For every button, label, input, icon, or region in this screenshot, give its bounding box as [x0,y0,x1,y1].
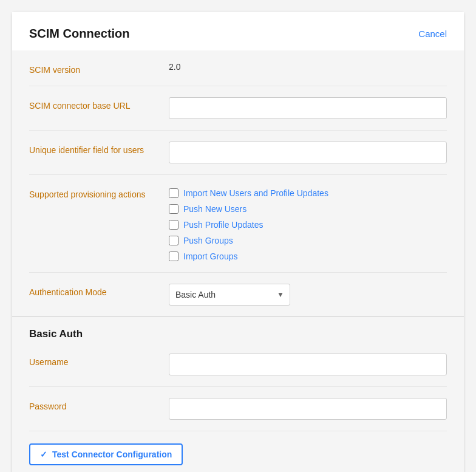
checkbox-item-5[interactable]: Import Groups [169,251,447,261]
checkbox-item-1[interactable]: Import New Users and Profile Updates [169,188,447,198]
checkbox-item-2[interactable]: Push New Users [169,204,447,214]
password-label: Password [29,398,169,411]
base-url-input[interactable] [169,97,447,119]
unique-identifier-row: Unique identifier field for users [29,131,447,175]
checkbox-import-groups[interactable] [169,251,178,261]
checkbox-push-groups[interactable] [169,236,178,245]
auth-mode-select-wrapper: Basic Auth HTTP Header OAuth 2.0 ▼ [169,284,290,306]
checkbox-label-3: Push Profile Updates [183,220,264,230]
checkbox-label-4: Push Groups [183,236,233,245]
page-title: SCIM Connection [29,27,130,41]
header-cancel-button[interactable]: Cancel [418,29,447,39]
username-label: Username [29,354,169,367]
password-control [169,398,447,420]
page-header: SCIM Connection Cancel [12,12,464,50]
base-url-row: SCIM connector base URL [29,86,447,131]
username-control [169,354,447,375]
auth-mode-control: Basic Auth HTTP Header OAuth 2.0 ▼ [169,284,447,306]
test-connector-button[interactable]: ✓ Test Connector Configuration [29,443,183,465]
checkbox-push-profile-updates[interactable] [169,220,178,230]
checkmark-icon: ✓ [40,450,47,459]
auth-mode-select[interactable]: Basic Auth HTTP Header OAuth 2.0 [169,284,290,306]
username-row: Username [29,343,447,387]
password-row: Password [29,387,447,431]
scim-version-label: SCIM version [29,61,169,75]
scim-version-value-area: 2.0 [169,61,447,72]
auth-mode-label: Authentication Mode [29,284,169,297]
username-input[interactable] [169,354,447,375]
form-section: SCIM version 2.0 SCIM connector base URL… [12,50,464,316]
page-container: SCIM Connection Cancel SCIM version 2.0 … [12,12,464,472]
checkbox-push-new-users[interactable] [169,204,178,214]
unique-identifier-control [169,142,447,163]
provisioning-actions-control: Import New Users and Profile Updates Pus… [169,186,447,261]
checkbox-item-3[interactable]: Push Profile Updates [169,220,447,230]
basic-auth-title: Basic Auth [29,317,447,343]
scim-version-row: SCIM version 2.0 [29,50,447,86]
unique-identifier-label: Unique identifier field for users [29,142,169,155]
auth-mode-row: Authentication Mode Basic Auth HTTP Head… [29,273,447,316]
provisioning-actions-label: Supported provisioning actions [29,186,169,199]
checkbox-label-1: Import New Users and Profile Updates [183,188,328,198]
basic-auth-section: Basic Auth Username Password ✓ Test Conn… [12,317,464,472]
base-url-control [169,97,447,119]
checkbox-group: Import New Users and Profile Updates Pus… [169,186,447,261]
scim-version-value: 2.0 [169,58,180,72]
checkbox-item-4[interactable]: Push Groups [169,236,447,245]
unique-identifier-input[interactable] [169,142,447,163]
provisioning-actions-row: Supported provisioning actions Import Ne… [29,175,447,273]
password-input[interactable] [169,398,447,420]
checkbox-label-5: Import Groups [183,251,237,261]
checkbox-import-new-users[interactable] [169,188,178,198]
checkbox-label-2: Push New Users [183,204,246,214]
base-url-label: SCIM connector base URL [29,97,169,111]
test-connector-label: Test Connector Configuration [52,450,172,459]
